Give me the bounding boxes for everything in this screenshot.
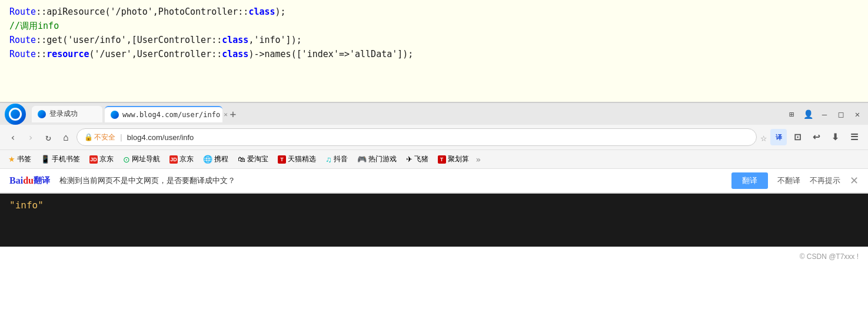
back-button[interactable]: ‹ [6, 130, 20, 144]
baidu-logo: Baidu翻译 [9, 175, 50, 186]
close-button[interactable]: ✕ [852, 108, 863, 120]
bookmark-label: 携程 [214, 154, 228, 164]
bookmark-label: 爱淘宝 [247, 154, 268, 164]
url-bar[interactable]: 🔒 不安全 | blog4.com/user/info [77, 128, 757, 146]
bookmark-star[interactable]: ★ 书签 [5, 153, 35, 165]
bookmark-label: 飞猪 [414, 154, 428, 164]
person-icon[interactable]: 👤 [802, 108, 814, 120]
code-line-3: Route::get('user/info',[UserController::… [9, 33, 859, 47]
juhuasuan-icon: T [438, 155, 446, 164]
url-divider: | [119, 133, 124, 142]
window-controls: ⊞ 👤 — □ ✕ [786, 108, 863, 120]
bookmark-star-button[interactable]: ☆ [760, 131, 767, 144]
jd-icon-2: JD [169, 155, 178, 164]
tmall-icon: T [278, 155, 286, 164]
url-text: blog4.com/user/info [127, 133, 194, 142]
footer: © CSDN @T7xxx ! [0, 247, 868, 265]
bookmark-nav[interactable]: ⊙ 网址导航 [119, 153, 164, 165]
bookmark-label: 网址导航 [132, 154, 160, 164]
bookmark-label: 热门游戏 [368, 154, 397, 164]
refresh-button[interactable]: ↻ [41, 130, 55, 144]
forward-button[interactable]: › [24, 130, 38, 144]
code-line-2: //调用info [9, 19, 859, 33]
bookmark-label: 手机书签 [52, 154, 80, 164]
bookmark-mobile[interactable]: 📱 手机书签 [37, 153, 84, 165]
bookmark-taobao[interactable]: 🛍 爱淘宝 [234, 153, 272, 165]
maximize-button[interactable]: □ [835, 108, 847, 120]
bookmark-label: 京东 [99, 154, 114, 164]
code-line-4: Route::resource('/user',UserController::… [9, 47, 859, 61]
code-token: Route [9, 6, 36, 17]
bookmark-label: 天猫精选 [288, 154, 316, 164]
menu-button[interactable]: ☰ [846, 129, 862, 145]
bookmark-feizhu[interactable]: ✈ 飞猪 [403, 153, 432, 165]
taobao-icon: 🛍 [238, 155, 245, 164]
bookmark-jd-2[interactable]: JD 京东 [166, 153, 197, 165]
bookmark-games[interactable]: 🎮 热门游戏 [354, 153, 400, 165]
tab-denglu[interactable]: 登录成功 [32, 106, 102, 122]
translate-icon-button[interactable]: 译 [770, 129, 787, 145]
new-tab-button[interactable]: + [225, 106, 241, 122]
feizhu-icon: ✈ [406, 155, 413, 164]
security-label: 不安全 [94, 132, 115, 142]
code-area: Route::apiResource('/photo',PhotoControl… [0, 0, 868, 103]
history-back-button[interactable]: ↩ [808, 129, 824, 145]
more-bookmarks-button[interactable]: » [476, 155, 481, 164]
games-icon: 🎮 [357, 155, 367, 164]
translate-button[interactable]: 翻译 [731, 172, 768, 189]
footer-copyright: © CSDN @T7xxx ! [800, 252, 859, 261]
content-area: "info" [0, 194, 868, 247]
bookmark-douyin[interactable]: ♫ 抖音 [322, 153, 351, 165]
bookmarks-bar: ★ 书签 📱 手机书签 JD 京东 ⊙ 网址导航 JD 京东 🌐 携程 🛍 爱淘… [0, 149, 868, 168]
tab-bar: 登录成功 www.blog4.com/user/info ✕ + ⊞ 👤 — □… [0, 103, 868, 125]
tab-favicon-2 [111, 111, 119, 119]
output-text: "info" [9, 200, 44, 211]
baidu-translate-bar: Baidu翻译 检测到当前网页不是中文网页，是否要翻译成中文？ 翻译 不翻译 不… [0, 168, 868, 193]
douyin-icon: ♫ [325, 155, 332, 164]
address-bar: ‹ › ↻ ⌂ 🔒 不安全 | blog4.com/user/info ☆ 译 … [0, 125, 868, 149]
security-indicator: 🔒 不安全 [84, 132, 115, 142]
bookmark-juhuasuan[interactable]: T 聚划算 [434, 153, 473, 165]
star-icon: ★ [8, 155, 15, 164]
bookmark-jd-1[interactable]: JD 京东 [86, 153, 117, 165]
grid-icon[interactable]: ⊞ [786, 108, 797, 120]
bookmark-label: 抖音 [334, 154, 348, 164]
no-remind-button[interactable]: 不再提示 [810, 175, 840, 186]
browser-logo [5, 104, 26, 125]
tab-favicon-1 [38, 110, 46, 118]
bookmark-label: 京东 [179, 154, 194, 164]
close-translate-bar-button[interactable]: ✕ [850, 174, 859, 187]
code-line-1: Route::apiResource('/photo',PhotoControl… [9, 5, 859, 19]
baidu-text: Bai [9, 175, 23, 186]
download-button[interactable]: ⬇ [827, 129, 843, 145]
no-translate-button[interactable]: 不翻译 [777, 175, 800, 186]
bookmark-tmall[interactable]: T 天猫精选 [274, 153, 320, 165]
bookmark-label: 聚划算 [448, 154, 469, 164]
bookmark-ctrip[interactable]: 🌐 携程 [199, 153, 232, 165]
minimize-button[interactable]: — [819, 108, 830, 120]
tab-label-2: www.blog4.com/user/info [122, 111, 220, 119]
tab-blog4[interactable]: www.blog4.com/user/info ✕ [105, 106, 222, 122]
bookmark-label: 书签 [17, 154, 31, 164]
browser-chrome: 登录成功 www.blog4.com/user/info ✕ + ⊞ 👤 — □… [0, 103, 868, 194]
home-button[interactable]: ⌂ [59, 130, 73, 144]
lock-icon: 🔒 [84, 133, 93, 141]
ctrip-icon: 🌐 [203, 155, 212, 164]
jd-icon: JD [89, 155, 98, 164]
extensions-button[interactable]: ⊡ [789, 129, 806, 145]
nav-icon: ⊙ [123, 155, 130, 164]
tab-label-1: 登录成功 [49, 109, 78, 119]
translate-message: 检测到当前网页不是中文网页，是否要翻译成中文？ [59, 175, 722, 186]
baidu-paw-icon: du [23, 175, 34, 186]
toolbar-buttons: 译 ⊡ ↩ ⬇ ☰ [770, 129, 862, 145]
mobile-icon: 📱 [41, 155, 50, 164]
baidu-suffix: 翻译 [34, 175, 50, 186]
